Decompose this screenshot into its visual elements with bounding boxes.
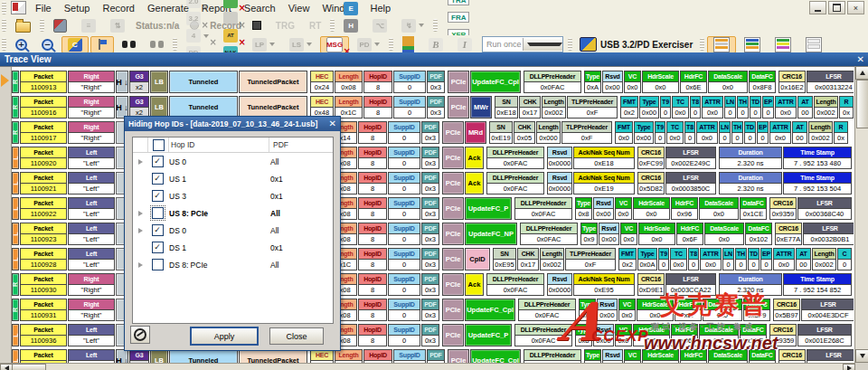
hop-id-checkbox[interactable] bbox=[152, 207, 164, 219]
hop-id-row[interactable]: ✓US 0All bbox=[133, 153, 333, 170]
hop-id-row[interactable]: DS 8: PCIeAll bbox=[133, 256, 333, 273]
zoom-out-button[interactable]: − bbox=[35, 36, 60, 53]
italic-button[interactable]: I bbox=[451, 36, 478, 53]
color-display-button[interactable]: C bbox=[61, 36, 89, 53]
field-value: 0x9359 bbox=[770, 336, 796, 346]
hop-id-checkbox[interactable]: ✓ bbox=[152, 173, 164, 185]
field-header: Length bbox=[335, 97, 362, 108]
view-split-button[interactable] bbox=[738, 36, 767, 53]
tool-histogram-button[interactable]: H bbox=[337, 17, 364, 34]
view-color-button[interactable] bbox=[769, 36, 797, 53]
trace-close-icon[interactable]: ✕ bbox=[853, 55, 864, 64]
toolbar-grip[interactable] bbox=[2, 19, 6, 32]
analysis-button[interactable]: ↯ bbox=[395, 17, 430, 34]
trace-row[interactable]: LPacketLeftH ↓G3LBTunneledTunneledPacket… bbox=[12, 349, 854, 363]
hop-id-checkbox[interactable] bbox=[152, 259, 164, 270]
toolbar-grip[interactable] bbox=[389, 38, 393, 51]
restore-button[interactable] bbox=[828, 1, 845, 14]
open-file-button[interactable] bbox=[9, 17, 37, 34]
compare-button[interactable]: ⌥ bbox=[366, 17, 393, 34]
hide-lp-button[interactable]: LP bbox=[246, 36, 281, 53]
toolbar-grip[interactable] bbox=[330, 19, 335, 32]
hide-at-button[interactable]: AT× bbox=[217, 27, 244, 44]
trace-row[interactable]: RPacket1100913Right"Right"H ↓G3x2LBTunne… bbox=[12, 71, 854, 93]
toolbar-grip[interactable] bbox=[700, 38, 704, 51]
expander-icon[interactable] bbox=[138, 262, 143, 268]
close-button[interactable]: × bbox=[847, 1, 864, 14]
toolbar-grip[interactable] bbox=[40, 19, 44, 32]
menu-setup[interactable]: Setup bbox=[58, 2, 97, 14]
menu-help[interactable]: Help bbox=[364, 2, 398, 14]
sort-button[interactable]: ⇅ bbox=[104, 17, 131, 34]
hop-id-checkbox[interactable]: ✓ bbox=[152, 190, 164, 202]
vertical-scrollbar[interactable] bbox=[854, 66, 868, 363]
menu-view[interactable]: View bbox=[282, 2, 316, 14]
horizontal-scroll-thumb[interactable] bbox=[12, 364, 46, 370]
trace-view-titlebar[interactable]: Trace View ✕ bbox=[0, 52, 868, 66]
scroll-right-button[interactable] bbox=[843, 364, 855, 370]
settings-button[interactable] bbox=[47, 17, 73, 34]
expander-icon[interactable] bbox=[138, 159, 143, 165]
hide-3.2-button[interactable]: 3.2× bbox=[180, 10, 207, 27]
minimize-button[interactable] bbox=[809, 1, 826, 14]
pdf-column-header[interactable]: PDF bbox=[269, 140, 333, 149]
hop-id-row[interactable]: ✓DS 10x1 bbox=[133, 239, 333, 256]
expander-icon[interactable] bbox=[138, 211, 143, 216]
hide-idle-button[interactable]: × bbox=[217, 10, 244, 27]
close-dialog-button[interactable]: Close bbox=[269, 327, 324, 345]
show-tra-button[interactable]: TRA bbox=[440, 0, 476, 8]
field-format-button[interactable] bbox=[90, 36, 114, 53]
zoom-in-button[interactable]: + bbox=[9, 36, 33, 53]
bold-button[interactable]: B bbox=[422, 36, 449, 53]
realtime-stats-button[interactable]: RT bbox=[303, 17, 327, 34]
show-fra-button[interactable]: FRA bbox=[440, 8, 476, 25]
hide-downstream-button[interactable]: × bbox=[217, 0, 244, 10]
view-spreadsheet-button[interactable] bbox=[799, 36, 828, 53]
hop-id-column-header[interactable]: Hop ID bbox=[169, 138, 269, 152]
apply-button[interactable]: Apply bbox=[190, 327, 259, 346]
toolbar-grip[interactable] bbox=[2, 2, 6, 14]
columns-button[interactable]: ≡ bbox=[75, 17, 102, 34]
manual-trigger-button[interactable]: TRG bbox=[269, 17, 301, 34]
vertical-scroll-thumb[interactable] bbox=[856, 80, 868, 128]
hop-id-checkbox[interactable]: ✓ bbox=[152, 224, 164, 236]
hide-ls-button[interactable]: LS bbox=[283, 36, 318, 53]
hop-id-row[interactable]: ✓US 30x1 bbox=[133, 187, 333, 204]
dialog-close-icon[interactable]: ✕ bbox=[329, 119, 336, 128]
field-header: SuppID bbox=[394, 350, 425, 361]
search-button[interactable] bbox=[116, 36, 142, 53]
stop-button[interactable] bbox=[246, 17, 268, 34]
tool-export-button[interactable]: E bbox=[337, 0, 364, 17]
preview-toggle-button[interactable] bbox=[130, 326, 150, 344]
hop-id-row[interactable]: US 8: PCIeAll bbox=[133, 204, 333, 222]
toolbar-grip[interactable] bbox=[2, 38, 6, 51]
scroll-up-button[interactable] bbox=[855, 66, 868, 80]
view-packet-button[interactable] bbox=[707, 36, 736, 53]
toolbar-grip[interactable] bbox=[173, 38, 177, 51]
hop-id-row[interactable]: ✓DS 0All bbox=[133, 222, 333, 239]
select-all-checkbox[interactable] bbox=[153, 139, 165, 151]
search-again-button[interactable] bbox=[144, 36, 170, 53]
hop-id-row[interactable]: ✓US 10x1 bbox=[133, 170, 333, 187]
scroll-left-button[interactable] bbox=[0, 364, 13, 370]
toolbar-grip[interactable] bbox=[433, 19, 438, 32]
hide-msg-button[interactable]: MSG× bbox=[320, 36, 349, 53]
hop-id-checkbox[interactable]: ✓ bbox=[152, 156, 164, 167]
toolbar-grip[interactable] bbox=[568, 38, 572, 51]
menu-file[interactable]: File bbox=[29, 2, 58, 14]
run-mode-select[interactable]: Run once bbox=[482, 36, 563, 52]
hide-pd-button[interactable]: PD bbox=[351, 36, 386, 53]
expander-icon[interactable] bbox=[138, 228, 143, 233]
stacked-view-button[interactable] bbox=[396, 36, 420, 53]
combo-arrow-button[interactable] bbox=[523, 38, 563, 51]
menu-record[interactable]: Record bbox=[96, 2, 140, 14]
horizontal-scrollbar[interactable] bbox=[0, 363, 855, 370]
usb-exerciser-button[interactable]: USB 3.2/PD Exerciser bbox=[575, 36, 697, 53]
hop-id-checkbox[interactable]: ✓ bbox=[152, 242, 164, 253]
field-header: LFSR bbox=[666, 274, 715, 285]
scroll-down-button[interactable] bbox=[855, 349, 868, 363]
hide-4-button[interactable]: 4× bbox=[180, 27, 215, 44]
dialog-titlebar[interactable]: Hiding Hop IDs - [data-2019_07_10_13_46_… bbox=[125, 117, 340, 131]
hide-2.0-button[interactable]: 2.0× bbox=[180, 0, 207, 10]
type-cell: PCIe bbox=[442, 248, 464, 270]
